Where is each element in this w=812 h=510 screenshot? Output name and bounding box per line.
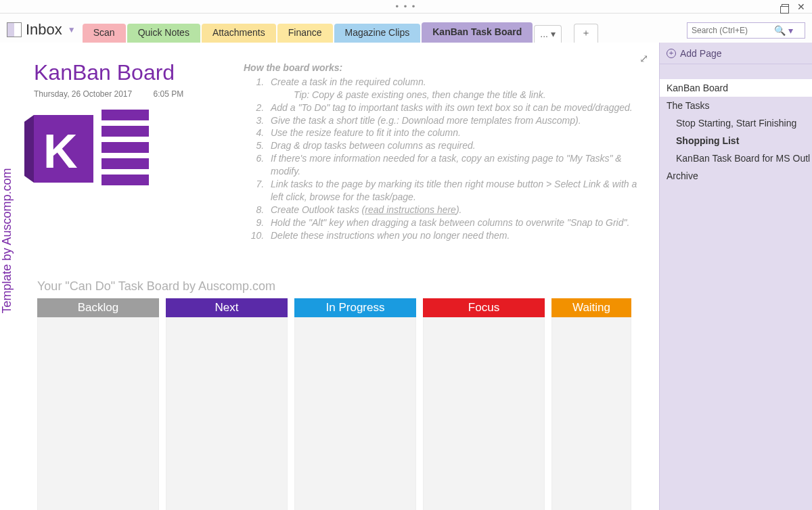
search-input[interactable]: [687, 22, 805, 39]
restore-window-button[interactable]: [782, 4, 789, 10]
page-list-item[interactable]: The Tasks: [660, 97, 812, 114]
kanban-column[interactable]: Focus: [423, 298, 545, 510]
instruction-item: Delete these instructions when you no lo…: [267, 229, 643, 242]
page-canvas[interactable]: ⤢ Template by Auscomp.com KanBan Board T…: [0, 43, 659, 510]
section-tab[interactable]: Scan: [83, 24, 126, 43]
add-page-label: Add Page: [680, 48, 722, 59]
kanban-column-body[interactable]: [166, 317, 288, 510]
notebook-label: Inbox: [26, 21, 62, 39]
chevron-down-icon: ▼: [68, 25, 76, 34]
kanban-column-header: Focus: [423, 298, 545, 317]
instructions-heading: How the board works:: [244, 62, 643, 74]
section-tab[interactable]: Finance: [277, 24, 333, 43]
section-tab[interactable]: Attachments: [202, 24, 276, 43]
kanban-column-body[interactable]: [551, 317, 631, 510]
add-section-button[interactable]: ＋: [574, 24, 598, 43]
kanban-column-header: Backlog: [37, 298, 159, 317]
kanban-board: BacklogNextIn ProgressFocusWaiting: [37, 298, 631, 510]
page-date: Thursday, 26 October 2017: [34, 89, 132, 99]
page-list: KanBan BoardThe TasksStop Starting, Star…: [660, 79, 812, 185]
section-tab-bar: Inbox ▼ ScanQuick NotesAttachmentsFinanc…: [0, 14, 812, 43]
search-wrapper: 🔍 ▾: [687, 22, 805, 39]
instruction-item: Create Outlook tasks (read instructions …: [267, 204, 643, 216]
instruction-item: Give the task a short title (e.g.: Downl…: [267, 114, 643, 127]
section-tab[interactable]: KanBan Task Board: [422, 22, 533, 43]
onenote-k-logo: K: [34, 110, 129, 191]
add-page-button[interactable]: + Add Page: [660, 43, 812, 64]
page-time: 6:05 PM: [154, 89, 184, 99]
instruction-item: If there's more information needed for a…: [267, 152, 643, 178]
page-list-item[interactable]: KanBan Task Board for MS Outl: [660, 149, 812, 167]
instruction-item: Drag & drop tasks between columns as req…: [267, 139, 643, 152]
instruction-item: Create a task in the required column.: [267, 76, 643, 89]
plus-icon: +: [667, 49, 676, 58]
kanban-column[interactable]: In Progress: [294, 298, 416, 510]
instructions-block[interactable]: How the board works: Create a task in th…: [244, 62, 643, 241]
kanban-column-header: Waiting: [551, 298, 631, 317]
section-tab[interactable]: Magazine Clips: [334, 24, 421, 43]
page-list-item[interactable]: Stop Starting, Start Finishing: [660, 114, 812, 132]
quick-access-ellipsis[interactable]: • • •: [396, 1, 417, 11]
kanban-column-header: In Progress: [294, 298, 416, 317]
notebook-icon: [7, 22, 22, 37]
kanban-column-body[interactable]: [423, 317, 545, 510]
instruction-item: Use the resize feature to fit it into th…: [267, 126, 643, 139]
section-tab[interactable]: Quick Notes: [127, 24, 200, 43]
page-list-item[interactable]: Shopping List: [660, 132, 812, 149]
page-list-item[interactable]: Archive: [660, 167, 812, 185]
instruction-item: Link tasks to the page by marking its ti…: [267, 178, 643, 204]
notebook-dropdown[interactable]: Inbox ▼: [7, 21, 83, 43]
kanban-column[interactable]: Next: [166, 298, 288, 510]
kanban-column[interactable]: Waiting: [551, 298, 631, 510]
page-list-item[interactable]: KanBan Board: [660, 79, 812, 97]
title-bar: • • • ✕: [0, 0, 812, 14]
instruction-item: Hold the "Alt" key when dragging a task …: [267, 216, 643, 229]
template-credit: Template by Auscomp.com: [0, 168, 14, 313]
kanban-column-header: Next: [166, 298, 288, 317]
kanban-column-body[interactable]: [294, 317, 416, 510]
instruction-tip: Tip: Copy & paste existing ones, then ch…: [294, 89, 643, 101]
tab-overflow-button[interactable]: ... ▾: [534, 25, 562, 43]
page-list-panel: + Add Page KanBan BoardThe TasksStop Sta…: [659, 43, 812, 510]
close-window-button[interactable]: ✕: [797, 1, 807, 12]
board-subtitle: Your "Can Do" Task Board by Auscomp.com: [37, 279, 275, 294]
kanban-column-body[interactable]: [37, 317, 159, 510]
kanban-column[interactable]: Backlog: [37, 298, 159, 510]
instruction-item: Add a "To Do" tag to important tasks wit…: [267, 101, 643, 114]
